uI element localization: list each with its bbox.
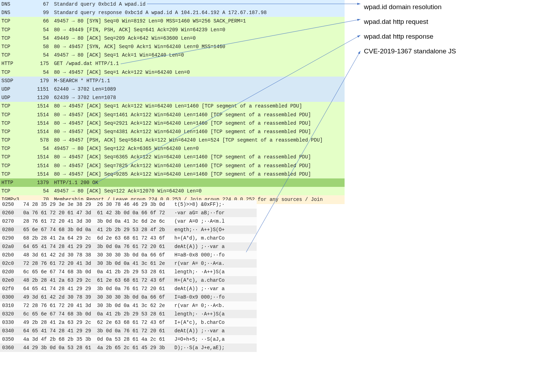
protocol: TCP: [0, 120, 26, 126]
hex-ascii: I=aB-0x9 000;··fo: [174, 294, 255, 300]
protocol: TCP: [0, 70, 26, 75]
info: 80 → 49457 [ACK] Seq=1461 Ack=122 Win=64…: [51, 112, 345, 118]
length: 1514: [26, 112, 51, 118]
hex-bytes: 6c 65 6e 67 74 68 3b 0d 0a 41 2b 2b 29 5…: [23, 311, 174, 317]
length: 99: [26, 10, 51, 15]
hex-offset: 0320: [0, 311, 23, 317]
protocol: TCP: [0, 163, 26, 169]
hex-row: 030049 3d 61 42 2d 30 78 39 30 30 30 3b …: [0, 293, 257, 301]
length: 1514: [26, 171, 51, 177]
packet-row[interactable]: UDP1120 62439 → 3702 Len=1078: [0, 93, 345, 102]
hex-offset: 0300: [0, 294, 23, 300]
protocol: UDP: [0, 95, 26, 100]
packet-row[interactable]: SSDP179 M-SEARCH * HTTP/1.1: [0, 77, 345, 85]
packet-row[interactable]: TCP1514 80 → 49457 [ACK] Seq=7825 Ack=12…: [0, 162, 345, 170]
length: 54: [26, 52, 51, 58]
hex-bytes: 68 2b 28 41 2a 64 29 2c 6d 2e 63 68 61 7…: [23, 235, 174, 241]
hex-bytes: 64 65 41 74 28 41 29 29 3b 0d 0a 76 61 7…: [23, 328, 174, 334]
packet-row[interactable]: TCP54 80 → 49449 [FIN, PSH, ACK] Seq=641…: [0, 26, 345, 34]
length: 54: [26, 27, 51, 33]
annotation-label: wpad.dat http response: [364, 30, 540, 44]
packet-row[interactable]: TCP1514 80 → 49457 [ACK] Seq=2921 Ack=12…: [0, 119, 345, 128]
length: 54: [26, 35, 51, 41]
hex-ascii: deAt(A)) ;··var a: [174, 286, 255, 292]
protocol: TCP: [0, 146, 26, 151]
protocol: SSDP: [0, 78, 26, 84]
packet-row[interactable]: TCP54 80 → 49457 [ACK] Seq=1 Ack=122 Win…: [0, 68, 345, 77]
packet-row[interactable]: HTTP175 GET /wpad.dat HTTP/1.1: [0, 59, 345, 68]
hex-row: 027028 76 61 72 20 41 3d 30 3b 0d 0a 41 …: [0, 217, 257, 226]
hex-row: 02d06c 65 6e 67 74 68 3b 0d 0a 41 2b 2b …: [0, 268, 257, 276]
hex-bytes: 65 6e 67 74 68 3b 0d 0a 41 2b 2b 29 53 2…: [23, 227, 174, 233]
packet-row[interactable]: TCP58 80 → 49457 [SYN, ACK] Seq=0 Ack=1 …: [0, 43, 345, 51]
hex-ascii: deAt(A)) ;··var a: [174, 328, 255, 334]
hex-row: 03504a 3d 4f 2b 68 2b 35 3b 0d 0a 53 28 …: [0, 335, 257, 344]
length: 175: [26, 61, 51, 66]
packet-row[interactable]: TCP1514 80 → 49457 [ACK] Seq=1461 Ack=12…: [0, 110, 345, 119]
hex-offset: 0360: [0, 345, 23, 351]
hex-bytes: 6c 65 6e 67 74 68 3b 0d 0a 41 2b 2b 29 5…: [23, 269, 174, 275]
protocol: TCP: [0, 112, 26, 118]
hex-row: 025074 28 35 29 3e 3e 38 29 26 30 78 46 …: [0, 200, 257, 209]
hex-row: 028065 6e 67 74 68 3b 0d 0a 41 2b 2b 29 …: [0, 226, 257, 234]
annotation-notes: wpad.id domain resolutionwpad.dat http r…: [364, 0, 540, 59]
hex-row: 02a064 65 41 74 28 41 29 29 3b 0d 0a 76 …: [0, 242, 257, 251]
hex-bytes: 64 65 41 74 28 41 29 29 3b 0d 0a 76 61 7…: [23, 244, 174, 249]
info: Standard query 0xbc1d A wpad.id: [51, 1, 345, 7]
info: 80 → 49457 [ACK] Seq=9285 Ack=122 Win=64…: [51, 171, 345, 177]
hex-row: 031072 28 76 61 72 20 41 3d 30 3b 0d 0a …: [0, 301, 257, 310]
packet-row[interactable]: UDP1151 62440 → 3702 Len=1089: [0, 85, 345, 93]
packet-row[interactable]: TCP1514 80 → 49457 [ACK] Seq=9285 Ack=12…: [0, 170, 345, 178]
hex-bytes: 48 2b 28 41 2a 63 29 2c 61 2e 63 68 61 7…: [23, 277, 174, 283]
info: 62439 → 3702 Len=1078: [51, 95, 345, 100]
annotation-label: wpad.dat http request: [364, 15, 540, 29]
length: 66: [26, 18, 51, 24]
info: 80 → 49457 [ACK] Seq=1 Ack=122 Win=64240…: [51, 103, 345, 109]
protocol: TCP: [0, 137, 26, 143]
hex-ascii: t(5)>>8) &0xFF);·: [174, 202, 255, 207]
protocol: TCP: [0, 103, 26, 109]
packet-row[interactable]: TCP66 49457 → 80 [SYN] Seq=0 Win=8192 Le…: [0, 17, 345, 25]
packet-row[interactable]: DNS99 Standard query response 0xbc1d A w…: [0, 8, 345, 17]
hex-bytes: 48 3d 61 42 2d 30 78 38 30 30 30 3b 0d 0…: [23, 252, 174, 258]
packet-row[interactable]: TCP54 49449 → 80 [ACK] Seq=209 Ack=642 W…: [0, 34, 345, 43]
length: 1379: [26, 180, 51, 185]
length: 179: [26, 78, 51, 84]
protocol: TCP: [0, 154, 26, 160]
hex-bytes: 4a 3d 4f 2b 68 2b 35 3b 0d 0a 53 28 61 4…: [23, 337, 174, 342]
packet-row[interactable]: DNS67 Standard query 0xbc1d A wpad.id: [0, 0, 345, 8]
protocol: TCP: [0, 171, 26, 177]
info: 80 → 49457 [ACK] Seq=4381 Ack=122 Win=64…: [51, 129, 345, 135]
length: 578: [26, 137, 51, 143]
hex-offset: 02a0: [0, 244, 23, 249]
packet-list[interactable]: DNS67 Standard query 0xbc1d A wpad.idDNS…: [0, 0, 345, 204]
packet-row[interactable]: TCP54 49457 → 80 [ACK] Seq=122 Ack=12070…: [0, 187, 345, 195]
hex-bytes: 72 28 76 61 72 20 41 3d 30 3b 0d 0a 41 3…: [23, 303, 174, 308]
info: GET /wpad.dat HTTP/1.1: [51, 61, 345, 66]
protocol: DNS: [0, 10, 26, 15]
hex-bytes: 74 28 35 29 3e 3e 38 29 26 30 78 46 46 2…: [23, 202, 174, 207]
info: 80 → 49449 [FIN, PSH, ACK] Seq=641 Ack=2…: [51, 27, 345, 33]
info: 80 → 49457 [PSH, ACK] Seq=5841 Ack=122 W…: [51, 137, 345, 143]
hex-ascii: ength;·· A++)S(O+: [174, 227, 255, 233]
packet-row[interactable]: TCP1514 80 → 49457 [ACK] Seq=6365 Ack=12…: [0, 153, 345, 161]
hex-offset: 02d0: [0, 269, 23, 275]
hex-offset: 0270: [0, 218, 23, 224]
length: 58: [26, 44, 51, 50]
packet-row[interactable]: TCP54 49457 → 80 [ACK] Seq=1 Ack=1 Win=6…: [0, 51, 345, 59]
packet-row[interactable]: TCP54 49457 → 80 [ACK] Seq=122 Ack=6365 …: [0, 144, 345, 153]
hex-bytes: 0a 76 61 72 20 61 47 3d 61 42 3b 0d 0a 6…: [23, 210, 174, 216]
hex-bytes: 49 3d 61 42 2d 30 78 39 30 30 30 3b 0d 0…: [23, 294, 174, 300]
protocol: TCP: [0, 188, 26, 194]
packet-row[interactable]: TCP578 80 → 49457 [PSH, ACK] Seq=5841 Ac…: [0, 136, 345, 144]
protocol: HTTP: [0, 61, 26, 66]
length: 54: [26, 188, 51, 194]
info: 49457 → 80 [ACK] Seq=122 Ack=12070 Win=6…: [51, 188, 345, 194]
hex-offset: 0340: [0, 328, 23, 334]
hex-offset: 0350: [0, 337, 23, 342]
packet-row[interactable]: TCP1514 80 → 49457 [ACK] Seq=1 Ack=122 W…: [0, 102, 345, 110]
packet-row[interactable]: HTTP1379 HTTP/1.1 200 OK: [0, 178, 345, 187]
hex-offset: 0280: [0, 227, 23, 233]
hex-bytes: 72 28 76 61 72 20 41 3d 30 3b 0d 0a 41 3…: [23, 261, 174, 266]
packet-row[interactable]: TCP1514 80 → 49457 [ACK] Seq=4381 Ack=12…: [0, 128, 345, 136]
